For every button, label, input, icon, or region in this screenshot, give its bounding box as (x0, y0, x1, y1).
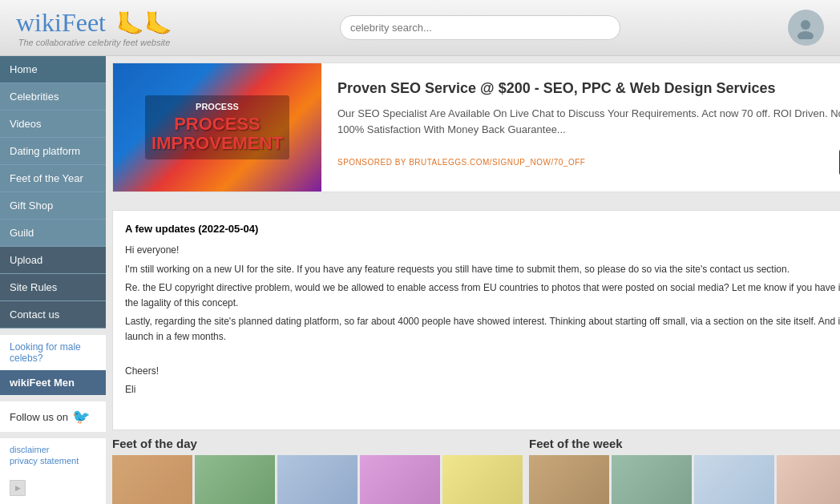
feet-sections: Feet of the day Feet of the week (112, 437, 840, 504)
ad-image-inner: PROCESS PROCESSIMPROVEMENT (113, 63, 321, 192)
logo-feet-text: Feet (62, 8, 106, 37)
feet-day-thumb-2[interactable] (195, 455, 275, 504)
ad-content: Proven SEO Service @ $200 - SEO, PPC & W… (321, 63, 840, 192)
sidebar-item-guild[interactable]: Guild (0, 220, 106, 247)
feet-week-thumb-1[interactable] (529, 455, 609, 504)
ad-image: PROCESS PROCESSIMPROVEMENT (113, 63, 321, 192)
feet-of-day-title: Feet of the day (112, 437, 523, 450)
sidebar-item-dating-platform[interactable]: Dating platform (0, 138, 106, 165)
feet-of-week-thumbnails (529, 455, 840, 504)
logo-area: wikiFeet 🦶🦶 The collaborative celebrity … (16, 8, 172, 47)
updates-box: A few updates (2022-05-04) Hi everyone! … (112, 210, 840, 430)
twitter-icon[interactable]: 🐦 (72, 408, 90, 425)
sidebar-separator-2 (0, 395, 106, 401)
sidebar-ad-icon: ▶ (15, 484, 21, 492)
updates-sign-name: Eli (125, 382, 840, 397)
feet-of-day-thumbnails (112, 455, 523, 504)
logo-feet-icon: 🦶🦶 (116, 10, 172, 37)
ad-title: Proven SEO Service @ $200 - SEO, PPC & W… (337, 79, 840, 98)
feet-of-week-section: Feet of the week (529, 437, 840, 504)
search-input[interactable] (340, 15, 620, 40)
feet-day-thumb-1[interactable] (112, 455, 192, 504)
logo[interactable]: wikiFeet 🦶🦶 (16, 8, 172, 38)
logo-text: wikiFeet 🦶🦶 (16, 8, 172, 37)
feet-of-day-section: Feet of the day (112, 437, 523, 504)
updates-greeting: Hi everyone! (125, 243, 840, 258)
search-bar (340, 15, 620, 40)
ad-banner: PROCESS PROCESSIMPROVEMENT Proven SEO Se… (112, 62, 840, 192)
sidebar-item-gift-shop[interactable]: Gift Shop (0, 192, 106, 220)
sidebar-wikifeet-men[interactable]: wikiFeet Men (0, 370, 106, 395)
sponsor-url: BRUTALEGGS.COM/SIGNUP_NOW/70_OFF (409, 158, 585, 167)
feet-week-thumb-4[interactable] (777, 455, 840, 504)
sidebar-legal-links: disclaimer privacy statement (0, 438, 106, 474)
disclaimer-link[interactable]: disclaimer (10, 445, 96, 454)
updates-sign-off: Cheers! (125, 364, 840, 379)
legacy-ui-bar: Use legacy UI (106, 192, 840, 210)
updates-footer: Follow us on 🐦 (125, 404, 840, 421)
follow-label: Follow us on (10, 411, 68, 423)
feet-day-thumb-4[interactable] (360, 455, 440, 504)
ad-process-text: PROCESSIMPROVEMENT (151, 115, 283, 153)
feet-day-thumb-5[interactable] (442, 455, 523, 504)
logo-wiki: wiki (16, 8, 62, 37)
main-layout: Home Celebrities Videos Dating platform … (0, 56, 840, 504)
sidebar-item-home[interactable]: Home (0, 56, 106, 83)
updates-title: A few updates (2022-05-04) (125, 223, 840, 235)
sidebar-item-contact-us[interactable]: Contact us (0, 301, 106, 329)
sidebar-item-celebrities[interactable]: Celebrities (0, 83, 106, 111)
updates-content: Hi everyone! I'm still working on a new … (125, 243, 840, 397)
logo-subtitle: The collaborative celebrity feet website (18, 38, 171, 47)
sidebar-item-videos[interactable]: Videos (0, 111, 106, 138)
sidebar-item-upload[interactable]: Upload (0, 247, 106, 274)
sidebar-separator-1 (0, 329, 106, 335)
header: wikiFeet 🦶🦶 The collaborative celebrity … (0, 0, 840, 56)
ad-description: Our SEO Specialist Are Available On Live… (337, 106, 840, 137)
ad-footer: SPONSORED BY BRUTALEGGS.COM/SIGNUP_NOW/7… (337, 149, 840, 175)
updates-line2: Re. the EU copyright directive problem, … (125, 280, 840, 311)
sidebar-item-site-rules[interactable]: Site Rules (0, 274, 106, 301)
feet-of-week-title: Feet of the week (529, 437, 840, 450)
sponsor-label: SPONSORED BY (337, 158, 406, 167)
sidebar-ad: ▶ (0, 474, 106, 502)
sidebar-male-celebs-link[interactable]: Looking for male celebs? (0, 335, 106, 370)
sidebar-follow: Follow us on 🐦 (0, 401, 106, 432)
ad-sponsor: SPONSORED BY BRUTALEGGS.COM/SIGNUP_NOW/7… (337, 158, 585, 167)
feet-day-thumb-3[interactable] (277, 455, 357, 504)
feet-week-thumb-2[interactable] (612, 455, 692, 504)
updates-line1: I'm still working on a new UI for the si… (125, 262, 840, 277)
sidebar-separator-3 (0, 432, 106, 438)
feet-week-thumb-3[interactable] (694, 455, 774, 504)
user-icon[interactable] (788, 10, 824, 46)
updates-line3: Lastly, regarding the site's planned dat… (125, 314, 840, 345)
privacy-link[interactable]: privacy statement (10, 456, 96, 466)
svg-point-1 (798, 31, 814, 39)
svg-point-0 (801, 20, 810, 30)
sidebar: Home Celebrities Videos Dating platform … (0, 56, 106, 504)
sidebar-item-feet-of-year[interactable]: Feet of the Year (0, 165, 106, 192)
content: PROCESS PROCESSIMPROVEMENT Proven SEO Se… (106, 56, 840, 504)
